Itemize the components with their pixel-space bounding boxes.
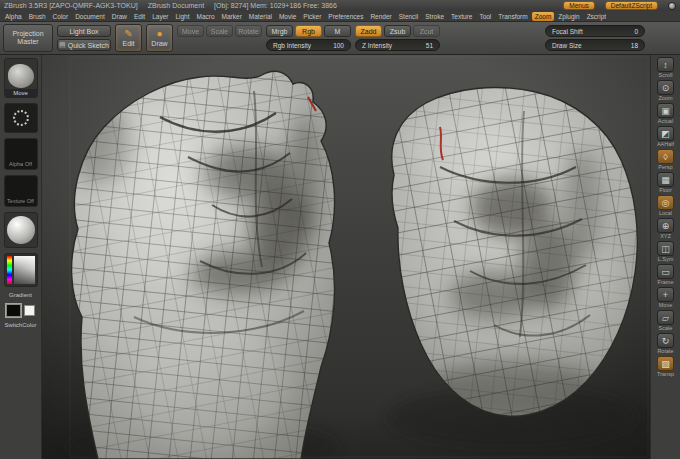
right-shelf-icon[interactable]: ⊙: [657, 80, 674, 95]
rgb-intensity-label: Rgb Intensity: [273, 42, 311, 49]
quick-sketch-button[interactable]: ▤ Quick Sketch: [57, 39, 111, 51]
right-shelf-item[interactable]: ▨ Transp: [657, 356, 674, 377]
menu-item[interactable]: Light: [172, 12, 192, 21]
right-shelf-icon[interactable]: ◊: [657, 149, 674, 164]
menu-item[interactable]: Macro: [194, 12, 218, 21]
draw-label: Draw: [151, 40, 167, 47]
right-shelf-icon[interactable]: +: [657, 287, 674, 302]
right-shelf-icon[interactable]: ◫: [657, 241, 674, 256]
menu-item[interactable]: Stroke: [422, 12, 447, 21]
right-shelf-icon[interactable]: ▨: [657, 356, 674, 371]
right-shelf-icon[interactable]: ◩: [657, 126, 674, 141]
viewport-canvas[interactable]: [42, 55, 650, 459]
z-intensity-slider[interactable]: Z Intensity 51: [355, 39, 440, 51]
zsub-button[interactable]: Zsub: [384, 25, 411, 37]
right-shelf-item[interactable]: + Move: [657, 287, 674, 308]
menu-item[interactable]: Color: [50, 12, 72, 21]
right-shelf-item[interactable]: ◎ Local: [657, 195, 674, 216]
menu-item[interactable]: Material: [246, 12, 275, 21]
draw-button[interactable]: ● Draw: [146, 24, 173, 52]
right-shelf-item[interactable]: ◫ L.Sym: [657, 241, 674, 262]
right-shelf-icon[interactable]: ▣: [657, 103, 674, 118]
menu-item[interactable]: Edit: [131, 12, 148, 21]
menu-item[interactable]: Transform: [495, 12, 530, 21]
right-shelf-icon[interactable]: ▱: [657, 310, 674, 325]
top-shelf: Projection Master Light Box ▤ Quick Sket…: [0, 22, 680, 55]
light-box-button[interactable]: Light Box: [57, 25, 111, 37]
saturation-value-square[interactable]: [14, 256, 35, 284]
quick-sketch-icon: ▤: [59, 41, 66, 49]
right-shelf-item[interactable]: ◩ AAHalf: [657, 126, 674, 147]
scale-button[interactable]: Scale: [206, 25, 233, 37]
gradient-toggle[interactable]: Gradient: [9, 292, 32, 299]
right-shelf-icon[interactable]: ◎: [657, 195, 674, 210]
z-intensity-label: Z Intensity: [362, 42, 392, 49]
menu-item[interactable]: Tool: [476, 12, 494, 21]
right-shelf-item[interactable]: ▦ Floor: [657, 172, 674, 193]
right-shelf-item[interactable]: ⊙ Zoom: [657, 80, 674, 101]
paint-mode-column: Mrgb Rgb M Rgb Intensity 100: [266, 25, 351, 51]
menu-item[interactable]: Texture: [448, 12, 475, 21]
menu-item[interactable]: Draw: [109, 12, 130, 21]
draw-size-slider[interactable]: Draw Size 18: [545, 39, 645, 51]
m-button[interactable]: M: [324, 25, 351, 37]
main-color-swatch[interactable]: [6, 304, 21, 317]
zbrush-logo-icon[interactable]: [668, 2, 676, 10]
edit-button[interactable]: ✎ Edit: [115, 24, 142, 52]
menu-item[interactable]: Zplugin: [555, 12, 582, 21]
menu-item[interactable]: Picker: [300, 12, 324, 21]
zcut-button[interactable]: Zcut: [413, 25, 440, 37]
right-shelf-label: Scale: [659, 325, 673, 331]
brush-name: Move: [5, 89, 37, 97]
right-shelf-item[interactable]: ⊕ XYZ: [657, 218, 674, 239]
menu-item[interactable]: Alpha: [2, 12, 25, 21]
menu-item[interactable]: Layer: [149, 12, 171, 21]
right-shelf-item[interactable]: ↕ Scroll: [657, 57, 674, 78]
menu-item[interactable]: Marker: [219, 12, 245, 21]
switch-color-button[interactable]: SwitchColor: [4, 322, 36, 329]
move-button[interactable]: Move: [177, 25, 204, 37]
menu-item[interactable]: Movie: [276, 12, 299, 21]
color-swatches: [6, 304, 35, 317]
hue-strip[interactable]: [7, 256, 12, 284]
right-shelf-icon[interactable]: ▦: [657, 172, 674, 187]
right-shelf-icon[interactable]: ⊕: [657, 218, 674, 233]
right-shelf-item[interactable]: ▱ Scale: [657, 310, 674, 331]
rgb-button[interactable]: Rgb: [295, 25, 322, 37]
zadd-button[interactable]: Zadd: [355, 25, 382, 37]
alpha-selector[interactable]: Alpha Off: [4, 138, 38, 170]
right-shelf-icon[interactable]: ▭: [657, 264, 674, 279]
focal-shift-slider[interactable]: Focal Shift 0: [545, 25, 645, 37]
menu-item[interactable]: Render: [367, 12, 394, 21]
material-sphere-icon: [7, 216, 35, 244]
alpha-label: Alpha Off: [9, 160, 32, 169]
right-shelf-item[interactable]: ◊ Persp: [657, 149, 674, 170]
menus-button[interactable]: Menus: [563, 1, 595, 10]
default-zscript-button[interactable]: DefaultZScript: [605, 1, 658, 10]
stroke-selector[interactable]: [4, 103, 38, 133]
color-picker[interactable]: [4, 253, 38, 287]
right-shelf-item[interactable]: ↻ Rotate: [657, 333, 674, 354]
menu-item[interactable]: Zoom: [532, 12, 555, 21]
left-shelf: Move Alpha Off Texture Off Gradient Swit…: [0, 55, 42, 459]
rotate-button[interactable]: Rotate: [235, 25, 262, 37]
current-brush-selector[interactable]: Move: [4, 58, 38, 98]
right-shelf-icon[interactable]: ↕: [657, 57, 674, 72]
right-shelf-item[interactable]: ▣ Actual: [657, 103, 674, 124]
menu-item[interactable]: Stencil: [396, 12, 422, 21]
menu-item[interactable]: Brush: [26, 12, 49, 21]
menu-item[interactable]: Document: [72, 12, 108, 21]
menu-item[interactable]: Preferences: [325, 12, 366, 21]
stroke-dots-icon: [13, 110, 29, 126]
right-shelf-icon[interactable]: ↻: [657, 333, 674, 348]
projection-master-button[interactable]: Projection Master: [3, 24, 53, 52]
secondary-color-swatch[interactable]: [24, 305, 35, 316]
rgb-intensity-slider[interactable]: Rgb Intensity 100: [266, 39, 351, 51]
mrgb-button[interactable]: Mrgb: [266, 25, 293, 37]
right-shelf: ↕ Scroll ⊙ Zoom ▣ Actual ◩ AAHalf ◊ Pers…: [650, 55, 680, 459]
right-shelf-item[interactable]: ▭ Frame: [657, 264, 674, 285]
menu-item[interactable]: Zscript: [584, 12, 610, 21]
texture-selector[interactable]: Texture Off: [4, 175, 38, 207]
material-selector[interactable]: [4, 212, 38, 248]
right-shelf-label: Transp: [657, 371, 674, 377]
